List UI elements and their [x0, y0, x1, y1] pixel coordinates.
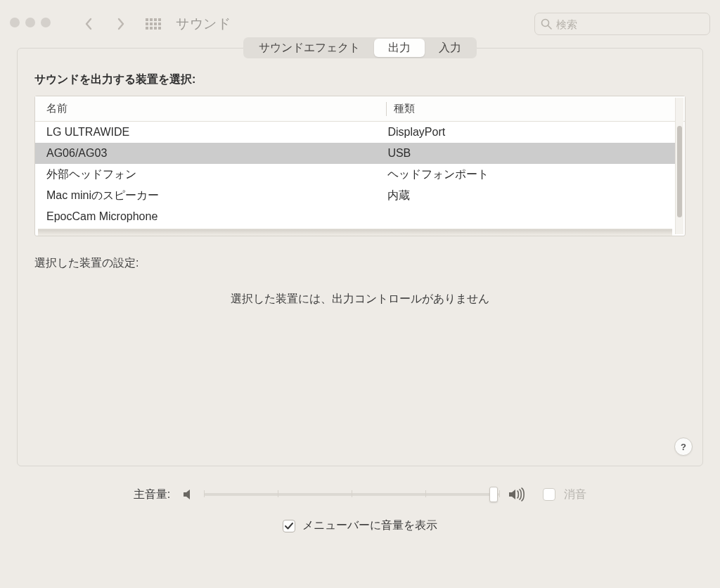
- window-title: サウンド: [176, 15, 231, 33]
- check-icon: [284, 521, 294, 531]
- table-row[interactable]: LG ULTRAWIDEDisplayPort: [35, 122, 675, 143]
- minimize-window-button[interactable]: [25, 18, 35, 27]
- show-all-prefs-button[interactable]: [139, 11, 167, 37]
- chevron-left-icon: [84, 17, 94, 31]
- svg-rect-10: [154, 27, 157, 30]
- device-name: 外部ヘッドフォン: [35, 167, 380, 182]
- mute-label: 消音: [564, 487, 586, 502]
- back-button[interactable]: [75, 11, 103, 37]
- device-name: LG ULTRAWIDE: [35, 126, 380, 139]
- show-volume-menubar-row: メニューバーに音量を表示: [28, 518, 692, 533]
- svg-rect-2: [154, 18, 157, 21]
- output-device-table: 名前 種類 LG ULTRAWIDEDisplayPortAG06/AG03US…: [34, 96, 686, 236]
- zoom-window-button[interactable]: [41, 18, 51, 27]
- svg-rect-7: [158, 23, 161, 25]
- vertical-scrollbar[interactable]: [675, 98, 683, 234]
- device-name: EpocCam Microphone: [35, 210, 380, 223]
- grid-icon: [146, 18, 161, 30]
- svg-rect-1: [150, 18, 153, 21]
- svg-rect-5: [150, 23, 153, 25]
- output-volume-slider[interactable]: [204, 486, 499, 503]
- device-settings-heading: 選択した装置の設定:: [18, 236, 702, 285]
- search-field[interactable]: [534, 13, 710, 35]
- speaker-high-icon: [508, 487, 525, 501]
- svg-rect-6: [154, 23, 157, 25]
- show-volume-menubar-label: メニューバーに音量を表示: [302, 518, 437, 533]
- device-type: USB: [380, 147, 675, 160]
- table-row[interactable]: EpocCam Microphone: [35, 206, 675, 227]
- svg-rect-4: [146, 23, 148, 25]
- svg-rect-8: [146, 27, 148, 30]
- speaker-low-icon: [181, 487, 195, 501]
- mute-checkbox[interactable]: [543, 488, 555, 501]
- window-traffic-lights: [10, 18, 51, 27]
- tab-output[interactable]: 出力: [374, 39, 425, 57]
- svg-rect-9: [150, 27, 153, 30]
- svg-line-13: [548, 26, 552, 30]
- column-name[interactable]: 名前: [35, 102, 386, 115]
- scrollbar-thumb[interactable]: [677, 126, 682, 217]
- chevron-right-icon: [116, 17, 126, 31]
- column-type[interactable]: 種類: [387, 102, 685, 115]
- tab-input[interactable]: 入力: [425, 39, 475, 57]
- sound-panel: サウンドエフェクト 出力 入力 サウンドを出力する装置を選択: 名前 種類 LG…: [17, 48, 703, 466]
- show-volume-menubar-checkbox[interactable]: [283, 520, 295, 532]
- device-name: AG06/AG03: [35, 147, 380, 160]
- tab-sound-effects[interactable]: サウンドエフェクト: [245, 39, 374, 57]
- close-window-button[interactable]: [10, 18, 20, 27]
- device-type: ヘッドフォンポート: [380, 167, 675, 182]
- svg-rect-3: [158, 18, 161, 21]
- volume-slider-thumb[interactable]: [489, 487, 498, 502]
- device-name: Mac miniのスピーカー: [35, 188, 380, 203]
- device-type: 内蔵: [380, 188, 675, 203]
- svg-rect-0: [146, 18, 148, 21]
- svg-rect-11: [158, 27, 161, 30]
- table-row[interactable]: 外部ヘッドフォンヘッドフォンポート: [35, 164, 675, 185]
- forward-button[interactable]: [107, 11, 135, 37]
- table-row[interactable]: Mac miniのスピーカー内蔵: [35, 185, 675, 206]
- search-input[interactable]: [556, 18, 704, 30]
- device-type: DisplayPort: [380, 126, 675, 139]
- table-header: 名前 種類: [35, 96, 685, 122]
- sound-tabs: サウンドエフェクト 出力 入力: [243, 37, 477, 58]
- footer: 主音量: 消音 メニュ: [0, 466, 720, 533]
- horizontal-scrollbar[interactable]: [38, 229, 672, 236]
- output-volume-row: 主音量: 消音: [28, 486, 692, 503]
- output-volume-label: 主音量:: [134, 487, 170, 502]
- search-icon: [541, 18, 552, 30]
- table-row[interactable]: AG06/AG03USB: [35, 143, 675, 164]
- no-output-controls-message: 選択した装置には、出力コントロールがありません: [18, 285, 702, 335]
- help-button[interactable]: ?: [674, 437, 693, 456]
